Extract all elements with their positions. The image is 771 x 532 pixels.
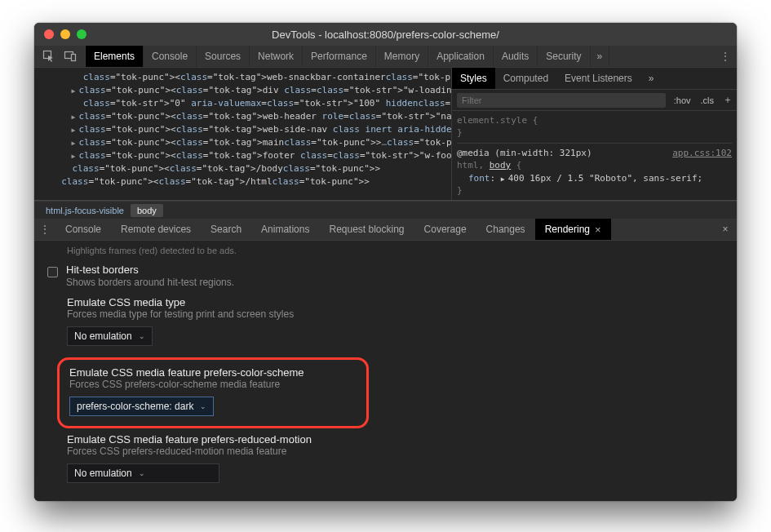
option-subtitle: Forces CSS prefers-color-scheme media fe…	[69, 379, 280, 390]
hit-test-checkbox[interactable]	[47, 267, 58, 277]
window-title: DevTools - localhost:8080/prefers-color-…	[34, 29, 737, 41]
tab-console[interactable]: Console	[144, 46, 197, 67]
rendering-panel: Highlights frames (red) detected to be a…	[34, 241, 737, 501]
drawer-tab-remote-devices[interactable]: Remote devices	[111, 219, 201, 240]
drawer-tab-console[interactable]: Console	[55, 219, 111, 240]
prefers-color-scheme-select[interactable]: prefers-color-scheme: dark ⌄	[69, 397, 214, 416]
option-subtitle: Forces media type for testing print and …	[67, 308, 294, 320]
svg-rect-2	[72, 55, 76, 61]
tab-memory[interactable]: Memory	[376, 46, 428, 67]
device-toggle-icon[interactable]	[64, 50, 77, 63]
drawer-tab-coverage[interactable]: Coverage	[414, 219, 476, 240]
breadcrumb: html.js-focus-visible body	[34, 201, 737, 219]
minimize-window-button[interactable]	[60, 29, 70, 39]
drawer-kebab-icon[interactable]: ⋮	[34, 219, 55, 240]
devtools-window: DevTools - localhost:8080/prefers-color-…	[34, 23, 737, 501]
option-title: Emulate CSS media type	[67, 296, 185, 308]
tab-application[interactable]: Application	[428, 46, 494, 67]
crumb-body[interactable]: body	[131, 204, 163, 217]
settings-kebab-icon[interactable]: ⋮	[714, 51, 737, 62]
styles-filter-input[interactable]	[457, 93, 666, 108]
panel-tabs: Elements Console Sources Network Perform…	[86, 46, 609, 67]
hov-toggle[interactable]: :hov	[669, 95, 696, 105]
option-subtitle: Shows borders around hit-test regions.	[66, 277, 234, 288]
css-prop-name[interactable]: font	[468, 173, 490, 184]
tabs-overflow-icon[interactable]: »	[591, 46, 610, 67]
element-style-rule[interactable]: element.style { }	[457, 114, 732, 144]
cls-toggle[interactable]: .cls	[696, 95, 720, 105]
chevron-down-icon: ⌄	[200, 402, 206, 410]
option-title: Hit-test borders	[66, 264, 234, 276]
drawer-tab-animations[interactable]: Animations	[251, 219, 319, 240]
styles-tab-styles[interactable]: Styles	[452, 68, 495, 89]
css-prop-value[interactable]: 400 16px / 1.5 "Roboto", sans-serif;	[508, 173, 702, 184]
media-query-text: @media (min-width: 321px)	[457, 148, 592, 158]
styles-tabs: Styles Computed Event Listeners »	[452, 68, 737, 90]
traffic-lights	[34, 29, 86, 39]
styles-pane: Styles Computed Event Listeners » :hov .…	[451, 68, 737, 200]
option-title: Emulate CSS media feature prefers-reduce…	[67, 433, 312, 446]
drawer-tab-rendering[interactable]: Rendering×	[535, 219, 611, 240]
elements-panel: class="tok-punc"><class="tok-tag">web-sn…	[34, 68, 737, 201]
styles-tabs-overflow-icon[interactable]: »	[640, 68, 662, 89]
media-type-select[interactable]: No emulation ⌄	[67, 326, 153, 346]
styles-tab-event-listeners[interactable]: Event Listeners	[556, 68, 640, 89]
overflow-text: Highlights frames (red) detected to be a…	[47, 246, 724, 255]
tab-network[interactable]: Network	[250, 46, 303, 67]
tab-performance[interactable]: Performance	[303, 46, 376, 67]
dom-tree[interactable]: class="tok-punc"><class="tok-tag">web-sn…	[34, 68, 451, 200]
source-link[interactable]: app.css:102	[672, 147, 732, 159]
close-window-button[interactable]	[44, 29, 54, 39]
drawer-tab-request-blocking[interactable]: Request blocking	[319, 219, 414, 240]
drawer-tabs: ⋮ Console Remote devices Search Animatio…	[34, 219, 737, 241]
drawer-tab-search[interactable]: Search	[201, 219, 251, 240]
option-title: Emulate CSS media feature prefers-color-…	[69, 366, 304, 379]
css-rules-list[interactable]: element.style { } @media (min-width: 321…	[452, 111, 737, 200]
styles-tab-computed[interactable]: Computed	[495, 68, 556, 89]
tab-elements[interactable]: Elements	[86, 46, 144, 67]
crumb-html[interactable]: html.js-focus-visible	[39, 204, 131, 217]
inspect-icon[interactable]	[42, 50, 55, 63]
highlighted-option: Emulate CSS media feature prefers-color-…	[57, 357, 369, 428]
drawer-close-icon[interactable]: ×	[714, 219, 737, 240]
tab-audits[interactable]: Audits	[494, 46, 538, 67]
titlebar: DevTools - localhost:8080/prefers-color-…	[34, 23, 737, 46]
new-rule-icon[interactable]: ＋	[719, 93, 737, 107]
tab-sources[interactable]: Sources	[197, 46, 250, 67]
chevron-down-icon: ⌄	[139, 332, 145, 340]
prefers-reduced-motion-select[interactable]: No emulation ⌄	[67, 463, 219, 483]
drawer-tab-changes[interactable]: Changes	[476, 219, 535, 240]
close-icon[interactable]: ×	[595, 224, 601, 236]
tab-security[interactable]: Security	[538, 46, 590, 67]
styles-filterbar: :hov .cls ＋	[452, 90, 737, 111]
option-subtitle: Forces CSS prefers-reduced-motion media …	[67, 446, 286, 457]
chevron-down-icon: ⌄	[139, 469, 145, 477]
main-toolbar: Elements Console Sources Network Perform…	[34, 46, 737, 68]
zoom-window-button[interactable]	[77, 29, 86, 39]
